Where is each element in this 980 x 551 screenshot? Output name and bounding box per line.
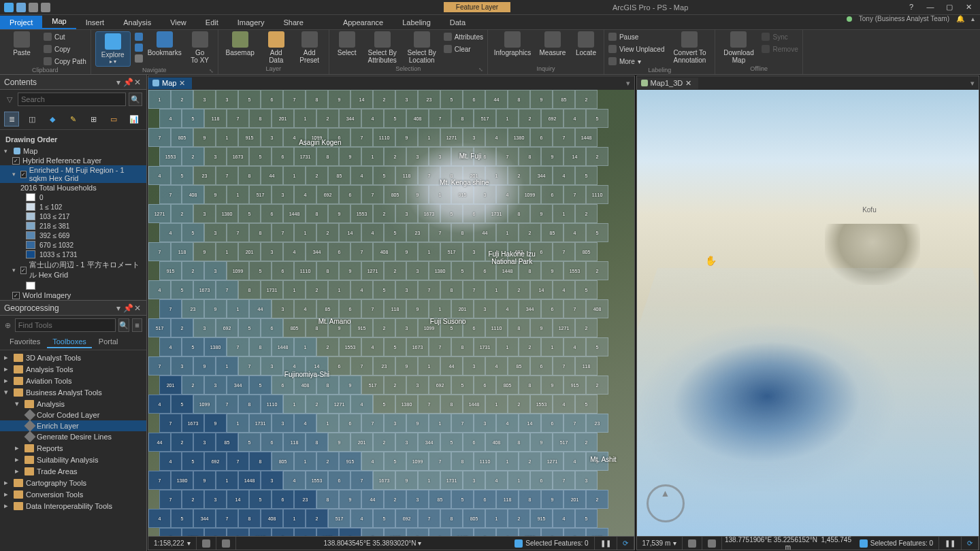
tab-edit[interactable]: Edit [196, 16, 228, 29]
toc-snapping-icon[interactable]: ⊞ [86, 112, 101, 127]
toc-selection-icon[interactable]: ◆ [45, 112, 60, 127]
infographics-button[interactable]: Infographics [492, 31, 533, 56]
tab-insert[interactable]: Insert [76, 16, 114, 29]
qat-project-icon[interactable] [4, 3, 14, 12]
tab-labeling[interactable]: Labeling [393, 16, 440, 29]
toc-drawing-order-icon[interactable]: ≣ [4, 112, 19, 127]
contents-close-icon[interactable]: ✕ [133, 78, 142, 87]
paste-button[interactable]: Paste [4, 31, 39, 56]
gp-tool[interactable]: Enrich Layer [0, 420, 146, 431]
locate-button[interactable]: Locate [572, 31, 600, 56]
ribbon-collapse-icon[interactable]: ▴ [971, 15, 975, 22]
gp-toolbox[interactable]: ▾Business Analyst Tools [0, 386, 146, 398]
gp-tab-portal[interactable]: Portal [93, 336, 124, 348]
nav-next-icon[interactable] [135, 42, 143, 53]
gp-search-input[interactable] [15, 318, 116, 332]
measure-button[interactable]: Measure [537, 31, 568, 56]
minimize-button[interactable]: — [926, 3, 935, 12]
sb-sel-2d[interactable]: Selected Features: 0 [509, 537, 594, 550]
basemap-button[interactable]: Basemap [223, 31, 258, 56]
gp-toolset[interactable]: ▸Trade Areas [0, 465, 146, 477]
more-labeling-button[interactable]: More ▾ [608, 56, 665, 67]
toc-layer-hybrid[interactable]: Hybrid Reference Layer [0, 156, 146, 165]
gp-tool[interactable]: Color Coded Layer [0, 410, 146, 420]
go-to-xy-button[interactable]: Go To XY [186, 31, 214, 64]
nav-full-extent-icon[interactable] [135, 53, 143, 64]
gp-toolbox[interactable]: ▸Conversion Tools [0, 488, 146, 500]
notifications-icon[interactable]: 🔔 [956, 15, 964, 22]
gp-tab-favorites[interactable]: Favorites [4, 336, 46, 348]
gp-close-icon[interactable]: ✕ [133, 303, 142, 313]
toc-layer-world-imagery[interactable]: World Imagery [0, 290, 146, 300]
gp-back-icon[interactable]: ⊕ [4, 318, 12, 332]
add-data-button[interactable]: Add Data [262, 31, 291, 64]
contents-filter-icon[interactable]: ▽ [4, 93, 15, 106]
tab-project[interactable]: Project [0, 16, 42, 29]
sb-pause-2d-icon[interactable]: ❚❚ [595, 537, 617, 550]
sb-scale[interactable]: 1:158,222 ▾ [148, 537, 197, 550]
map-2d-close-icon[interactable]: ✕ [179, 79, 185, 88]
toc-labeling-icon[interactable]: ▭ [106, 112, 121, 127]
gp-toolbox[interactable]: ▸Cartography Tools [0, 477, 146, 488]
toc-layer-enriched[interactable]: Enriched - Mt Fuji Region - 1 sqkm Hex G… [0, 165, 146, 183]
toc-chart-icon[interactable]: 📊 [127, 112, 142, 127]
attributes-button[interactable]: Attributes [444, 31, 483, 42]
gp-toolbox[interactable]: ▸Aviation Tools [0, 375, 146, 386]
toc-layer-jp[interactable]: 富士山の周辺 - 1 平方キロメートル Hex Grid [0, 259, 146, 281]
toc-editing-icon[interactable]: ✎ [65, 112, 80, 127]
gp-toolset[interactable]: ▸Reports [0, 442, 146, 454]
qat-save-icon[interactable] [16, 3, 26, 12]
copy-button[interactable]: Copy [44, 44, 86, 54]
tab-appearance[interactable]: Appearance [333, 16, 393, 29]
sb-refresh-2d-icon[interactable]: ⟳ [617, 537, 634, 550]
map-3d-canvas[interactable]: Kofu ✋ [637, 90, 979, 536]
select-button[interactable]: Select [333, 31, 361, 56]
explore-button[interactable]: Explore▸ ▾ [95, 31, 131, 67]
qat-redo-icon[interactable] [41, 3, 50, 12]
gp-toolset-analysis[interactable]: ▾Analysis [0, 398, 146, 410]
close-button[interactable]: ✕ [964, 3, 973, 12]
gp-toolbox[interactable]: ▸Analysis Tools [0, 363, 146, 375]
contents-search-go[interactable]: 🔍 [129, 93, 142, 106]
tab-analysis[interactable]: Analysis [114, 16, 161, 29]
gp-menu-icon[interactable]: ▾ [114, 303, 123, 313]
contents-search-input[interactable] [18, 93, 126, 106]
gp-toolbox[interactable]: ▸3D Analyst Tools [0, 352, 146, 363]
map-3d-close-icon[interactable]: ✕ [685, 79, 691, 88]
tab-data[interactable]: Data [440, 16, 475, 29]
view-unplaced-button[interactable]: View Unplaced [608, 44, 665, 54]
gp-menu-button[interactable]: ≡ [132, 318, 142, 332]
download-map-button[interactable]: Download Map [719, 31, 757, 64]
gp-pin-icon[interactable]: 📌 [123, 303, 133, 313]
cut-button[interactable]: Cut [44, 31, 86, 42]
contents-menu-icon[interactable]: ▾ [114, 78, 123, 87]
toc-data-source-icon[interactable]: ◫ [24, 112, 39, 127]
add-preset-button[interactable]: Add Preset [295, 31, 325, 64]
qat-undo-icon[interactable] [29, 3, 38, 12]
sb-scale-lock-icon[interactable] [197, 537, 216, 550]
copy-path-button[interactable]: Copy Path [44, 56, 86, 67]
sb-rotation-icon[interactable] [216, 537, 236, 550]
sb-sel-3d[interactable]: Selected Features: 0 [854, 537, 939, 550]
gp-tool[interactable]: Generate Desire Lines [0, 431, 146, 442]
map-3d-tab[interactable]: Map1_3D✕ [637, 78, 699, 89]
gp-search-go[interactable]: 🔍 [118, 318, 129, 332]
convert-annotation-button[interactable]: Convert To Annotation [668, 31, 710, 64]
maximize-button[interactable]: ▢ [945, 3, 954, 12]
sb-altitude[interactable]: 17,539 m ▾ [637, 537, 683, 550]
tab-share[interactable]: Share [274, 16, 313, 29]
map-2d-tab[interactable]: Map✕ [148, 78, 192, 89]
sb-3d-icon1[interactable] [683, 537, 702, 550]
toc-map-node[interactable]: Map [0, 146, 146, 156]
tab-map[interactable]: Map [42, 14, 76, 29]
nav-prev-icon[interactable] [135, 31, 143, 42]
tab-imagery[interactable]: Imagery [228, 16, 274, 29]
contents-pin-icon[interactable]: 📌 [123, 78, 133, 87]
select-by-attributes-button[interactable]: Select By Attributes [365, 31, 400, 64]
user-name[interactable]: Tony (Business Analyst Team) [859, 15, 949, 22]
sb-pause-3d-icon[interactable]: ❚❚ [939, 537, 962, 550]
gp-toolbox[interactable]: ▸Data Interoperability Tools [0, 500, 146, 512]
select-by-location-button[interactable]: Select By Location [404, 31, 440, 64]
map-2d-dropdown-icon[interactable]: ▾ [622, 79, 634, 88]
map-2d-canvas[interactable]: 1233567891423235644898524511878201123444… [148, 90, 634, 536]
